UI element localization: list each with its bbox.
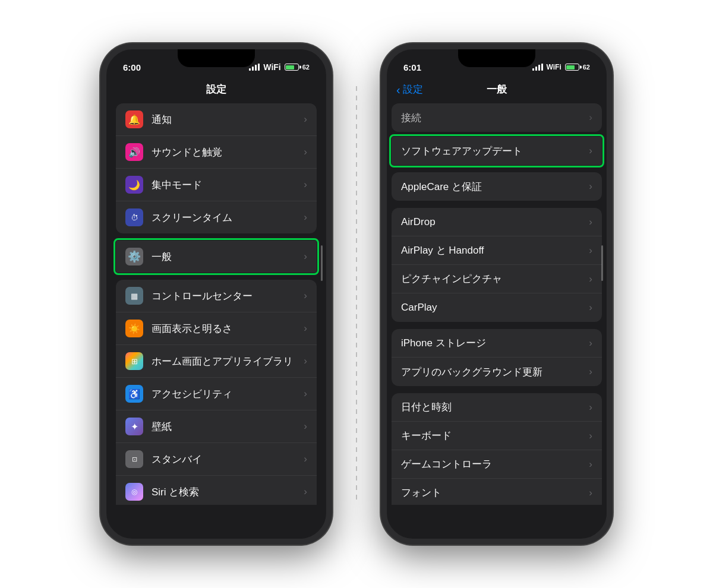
chevron-icon: › bbox=[589, 337, 592, 349]
applecare-row[interactable]: AppleCare と保証 › bbox=[392, 172, 602, 201]
notch-1 bbox=[178, 49, 255, 67]
list-item[interactable]: ⏱ スクリーンタイム › bbox=[116, 201, 317, 233]
list-item[interactable]: 🔊 サウンドと触覚 › bbox=[116, 136, 317, 169]
chevron-icon: › bbox=[304, 113, 307, 125]
list-item[interactable]: ✦ 壁紙 › bbox=[116, 410, 317, 443]
control-label: コントロールセンター bbox=[152, 289, 304, 303]
storage-row[interactable]: iPhone ストレージ › bbox=[392, 329, 602, 358]
keyboard-label: キーボード bbox=[401, 429, 589, 442]
section-storage: iPhone ストレージ › アプリのバックグラウンド更新 › bbox=[392, 329, 602, 386]
focus-icon: 🌙 bbox=[125, 176, 143, 194]
pip-row[interactable]: ピクチャインピクチャ › bbox=[392, 265, 602, 293]
software-update-row[interactable]: ソフトウェアアップデート › bbox=[392, 137, 602, 165]
datetime-label: 日付と時刻 bbox=[401, 400, 589, 414]
list-item[interactable]: ☀️ 画面表示と明るさ › bbox=[116, 312, 317, 345]
chevron-icon: › bbox=[589, 273, 592, 285]
nav-bar-1: 設定 bbox=[106, 78, 326, 103]
list-item[interactable]: ♿ アクセシビリティ › bbox=[116, 378, 317, 410]
section-airdrop: AirDrop › AirPlay と Handoff › ピクチャインピクチャ… bbox=[392, 208, 602, 322]
airplay-label: AirPlay と Handoff bbox=[401, 244, 589, 257]
wallpaper-icon: ✦ bbox=[125, 418, 143, 435]
bgrefresh-label: アプリのバックグラウンド更新 bbox=[401, 365, 589, 379]
notifications-icon: 🔔 bbox=[125, 110, 143, 128]
siri-icon: ◎ bbox=[125, 483, 143, 501]
airdrop-row[interactable]: AirDrop › bbox=[392, 208, 602, 236]
chevron-icon: › bbox=[589, 145, 592, 157]
gamecontroller-label: ゲームコントローラ bbox=[401, 457, 589, 471]
list-item[interactable]: ◎ Siri と検索 › bbox=[116, 476, 317, 505]
screentime-icon: ⏱ bbox=[125, 208, 143, 226]
software-update-section: ソフトウェアアップデート › bbox=[392, 137, 602, 165]
homescreen-label: ホーム画面とアプリライブラリ bbox=[152, 355, 304, 368]
bgrefresh-row[interactable]: アプリのバックグラウンド更新 › bbox=[392, 358, 602, 386]
list-item[interactable]: ▦ コントロールセンター › bbox=[116, 280, 317, 312]
chevron-icon: › bbox=[589, 459, 592, 470]
keyboard-row[interactable]: キーボード › bbox=[392, 422, 602, 450]
section-datetime: 日付と時刻 › キーボード › ゲームコントローラ › フォント › bbox=[392, 393, 602, 505]
chevron-icon: › bbox=[589, 216, 592, 228]
phone-frame-2: 6:01 WiFi 62 ‹ 設定 一般 bbox=[381, 43, 613, 545]
gamecontroller-row[interactable]: ゲームコントローラ › bbox=[392, 450, 602, 479]
sound-label: サウンドと触覚 bbox=[152, 146, 304, 159]
chevron-icon: › bbox=[304, 388, 307, 400]
nav-bar-2: ‹ 設定 一般 bbox=[387, 78, 607, 103]
software-update-group: ソフトウェアアップデート › bbox=[392, 137, 602, 165]
list-item[interactable]: ⊞ ホーム画面とアプリライブラリ › bbox=[116, 345, 317, 378]
chevron-icon: › bbox=[304, 453, 307, 465]
general-icon: ⚙️ bbox=[125, 248, 143, 265]
partial-section: 接続 › bbox=[392, 103, 602, 132]
general-label: 一般 bbox=[152, 250, 304, 264]
chevron-icon: › bbox=[589, 302, 592, 314]
screen-2: ‹ 設定 一般 接続 › ソフトウェアア bbox=[387, 78, 607, 539]
wallpaper-label: 壁紙 bbox=[152, 420, 304, 434]
list-item[interactable]: 接続 › bbox=[392, 103, 602, 132]
back-label: 設定 bbox=[403, 83, 423, 96]
chevron-icon: › bbox=[589, 402, 592, 413]
battery-2: 62 bbox=[565, 64, 590, 71]
siri-label: Siri と検索 bbox=[152, 485, 304, 499]
phone-2: 6:01 WiFi 62 ‹ 設定 一般 bbox=[381, 43, 613, 545]
signal-icon-2 bbox=[532, 64, 543, 71]
general-row[interactable]: ⚙️ 一般 › bbox=[116, 241, 317, 273]
section-group-general: ⚙️ 一般 › bbox=[116, 241, 317, 273]
scroll-handle-2 bbox=[601, 245, 603, 281]
notifications-label: 通知 bbox=[152, 113, 304, 127]
time-1: 6:00 bbox=[123, 62, 141, 72]
airdrop-label: AirDrop bbox=[401, 216, 589, 228]
settings-list-1[interactable]: 🔔 通知 › 🔊 サウンドと触覚 › 🌙 集中モード › bbox=[106, 103, 326, 505]
chevron-icon: › bbox=[589, 112, 592, 124]
chevron-icon: › bbox=[589, 181, 592, 192]
chevron-icon: › bbox=[304, 323, 307, 334]
carplay-label: CarPlay bbox=[401, 302, 589, 314]
settings-list-2[interactable]: 接続 › ソフトウェアアップデート › Ap bbox=[387, 103, 607, 505]
list-item[interactable]: ⊡ スタンバイ › bbox=[116, 443, 317, 476]
list-item[interactable]: 🌙 集中モード › bbox=[116, 169, 317, 201]
battery-1: 62 bbox=[285, 64, 310, 71]
homescreen-icon: ⊞ bbox=[125, 352, 143, 370]
chevron-icon: › bbox=[304, 486, 307, 498]
airplay-row[interactable]: AirPlay と Handoff › bbox=[392, 236, 602, 265]
sound-icon: 🔊 bbox=[125, 143, 143, 161]
fonts-label: フォント bbox=[401, 486, 589, 500]
fonts-row[interactable]: フォント › bbox=[392, 479, 602, 505]
chevron-icon: › bbox=[304, 421, 307, 432]
wifi-icon-2: WiFi bbox=[547, 63, 561, 71]
status-icons-1: WiFi 62 bbox=[249, 62, 310, 72]
chevron-icon: › bbox=[304, 355, 307, 367]
scroll-handle-1 bbox=[321, 245, 323, 281]
storage-label: iPhone ストレージ bbox=[401, 336, 589, 350]
back-chevron-icon: ‹ bbox=[396, 84, 400, 96]
status-icons-2: WiFi 62 bbox=[532, 63, 590, 71]
phone-1: 6:00 WiFi 62 設定 bbox=[100, 43, 332, 545]
chevron-icon: › bbox=[304, 179, 307, 191]
standby-label: スタンバイ bbox=[152, 453, 304, 466]
applecare-label: AppleCare と保証 bbox=[401, 180, 589, 194]
control-icon: ▦ bbox=[125, 287, 143, 305]
pip-label: ピクチャインピクチャ bbox=[401, 272, 589, 286]
list-item[interactable]: 🔔 通知 › bbox=[116, 103, 317, 136]
standby-icon: ⊡ bbox=[125, 450, 143, 468]
carplay-row[interactable]: CarPlay › bbox=[392, 293, 602, 322]
datetime-row[interactable]: 日付と時刻 › bbox=[392, 393, 602, 422]
wifi-icon-1: WiFi bbox=[263, 62, 280, 72]
back-button[interactable]: ‹ 設定 bbox=[396, 83, 423, 96]
